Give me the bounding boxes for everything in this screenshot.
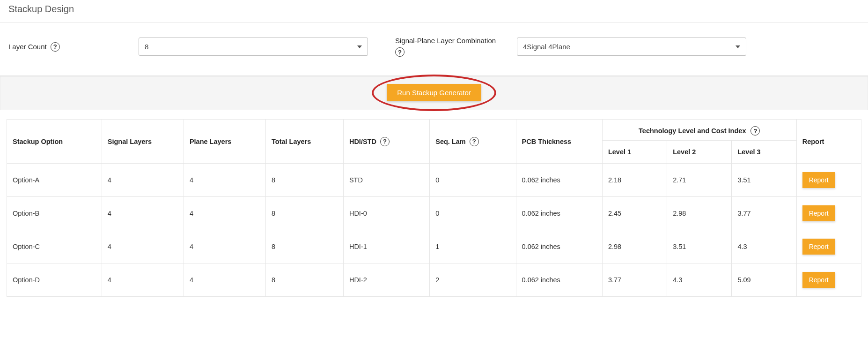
table-row: Option-D 4 4 8 HDI-2 2 0.062 inches 3.77… xyxy=(7,263,861,297)
chevron-down-icon xyxy=(357,45,362,48)
form-section: Layer Count ? 8 Signal-Plane Layer Combi… xyxy=(0,23,868,75)
signal-plane-value: 4Signal 4Plane xyxy=(523,43,570,51)
cell-pcb-thickness: 0.062 inches xyxy=(516,230,602,263)
cell-report: Report xyxy=(796,263,861,297)
header-level-3: Level 3 xyxy=(732,141,796,164)
cell-hdi-std: HDI-2 xyxy=(343,263,429,297)
cell-option: Option-A xyxy=(7,164,102,197)
cell-hdi-std: HDI-1 xyxy=(343,230,429,263)
table-row: Option-B 4 4 8 HDI-0 0 0.062 inches 2.45… xyxy=(7,197,861,230)
cell-seq-lam: 0 xyxy=(430,197,516,230)
cell-level-1: 3.77 xyxy=(602,263,667,297)
table-row: Option-A 4 4 8 STD 0 0.062 inches 2.18 2… xyxy=(7,164,861,197)
layer-count-label: Layer Count xyxy=(8,43,47,51)
cell-total-layers: 8 xyxy=(266,164,344,197)
cell-total-layers: 8 xyxy=(266,230,344,263)
cell-level-2: 4.3 xyxy=(667,263,732,297)
cell-plane-layers: 4 xyxy=(184,230,265,263)
cell-pcb-thickness: 0.062 inches xyxy=(516,164,602,197)
cell-signal-layers: 4 xyxy=(102,230,184,263)
cell-level-1: 2.18 xyxy=(602,164,667,197)
results-table: Stackup Option Signal Layers Plane Layer… xyxy=(7,119,861,297)
header-signal-layers: Signal Layers xyxy=(102,120,184,164)
cell-option: Option-B xyxy=(7,197,102,230)
cell-level-3: 4.3 xyxy=(732,230,796,263)
cell-report: Report xyxy=(796,197,861,230)
cell-hdi-std: HDI-0 xyxy=(343,197,429,230)
header-level-2: Level 2 xyxy=(667,141,732,164)
header-total-layers: Total Layers xyxy=(266,120,344,164)
cell-level-3: 5.09 xyxy=(732,263,796,297)
cell-pcb-thickness: 0.062 inches xyxy=(516,263,602,297)
help-icon[interactable]: ? xyxy=(470,137,479,146)
cell-plane-layers: 4 xyxy=(184,164,265,197)
chevron-down-icon xyxy=(736,45,740,48)
report-button[interactable]: Report xyxy=(802,272,835,288)
cell-option: Option-C xyxy=(7,230,102,263)
cell-option: Option-D xyxy=(7,263,102,297)
cell-level-2: 2.98 xyxy=(667,197,732,230)
help-icon[interactable]: ? xyxy=(750,126,760,135)
cell-total-layers: 8 xyxy=(266,263,344,297)
cell-hdi-std: STD xyxy=(343,164,429,197)
cell-level-3: 3.51 xyxy=(732,164,796,197)
cell-level-2: 3.51 xyxy=(667,230,732,263)
cell-seq-lam: 2 xyxy=(430,263,516,297)
header-level-1: Level 1 xyxy=(602,141,667,164)
cell-report: Report xyxy=(796,230,861,263)
header-plane-layers: Plane Layers xyxy=(184,120,265,164)
signal-plane-label-group: Signal-Plane Layer Combination ? xyxy=(395,37,508,57)
layer-count-label-group: Layer Count ? xyxy=(8,42,129,52)
header-stackup-option: Stackup Option xyxy=(7,120,102,164)
cell-signal-layers: 4 xyxy=(102,197,184,230)
layer-count-select[interactable]: 8 xyxy=(139,38,368,56)
help-icon[interactable]: ? xyxy=(380,137,390,146)
report-button[interactable]: Report xyxy=(802,205,835,221)
layer-count-value: 8 xyxy=(145,43,148,51)
help-icon[interactable]: ? xyxy=(395,47,405,57)
signal-plane-label: Signal-Plane Layer Combination xyxy=(395,37,496,45)
report-button[interactable]: Report xyxy=(802,239,835,255)
header-report: Report xyxy=(796,120,861,164)
cell-seq-lam: 0 xyxy=(430,164,516,197)
header-tech-level-label: Technology Level and Cost Index xyxy=(639,127,746,135)
report-button[interactable]: Report xyxy=(802,172,835,188)
cell-report: Report xyxy=(796,164,861,197)
cell-level-1: 2.45 xyxy=(602,197,667,230)
cell-plane-layers: 4 xyxy=(184,263,265,297)
cell-signal-layers: 4 xyxy=(102,263,184,297)
cell-pcb-thickness: 0.062 inches xyxy=(516,197,602,230)
header-seq-lam: Seq. Lam ? xyxy=(430,120,516,164)
header-hdi-std-label: HDI/STD xyxy=(349,138,376,145)
header-seq-lam-label: Seq. Lam xyxy=(435,138,465,145)
cell-level-2: 2.71 xyxy=(667,164,732,197)
page-title: Stackup Design xyxy=(0,0,868,22)
run-stackup-generator-button[interactable]: Run Stackup Generator xyxy=(387,84,481,101)
cell-total-layers: 8 xyxy=(266,197,344,230)
help-icon[interactable]: ? xyxy=(51,42,60,52)
action-bar: Run Stackup Generator xyxy=(0,75,868,110)
results-table-section: Stackup Option Signal Layers Plane Layer… xyxy=(0,110,868,297)
cell-plane-layers: 4 xyxy=(184,197,265,230)
cell-signal-layers: 4 xyxy=(102,164,184,197)
header-hdi-std: HDI/STD ? xyxy=(343,120,429,164)
header-pcb-thickness: PCB Thickness xyxy=(516,120,602,164)
cell-level-3: 3.77 xyxy=(732,197,796,230)
cell-level-1: 2.98 xyxy=(602,230,667,263)
cell-seq-lam: 1 xyxy=(430,230,516,263)
signal-plane-select[interactable]: 4Signal 4Plane xyxy=(517,38,746,56)
header-tech-level-group: Technology Level and Cost Index ? xyxy=(602,120,796,141)
table-row: Option-C 4 4 8 HDI-1 1 0.062 inches 2.98… xyxy=(7,230,861,263)
